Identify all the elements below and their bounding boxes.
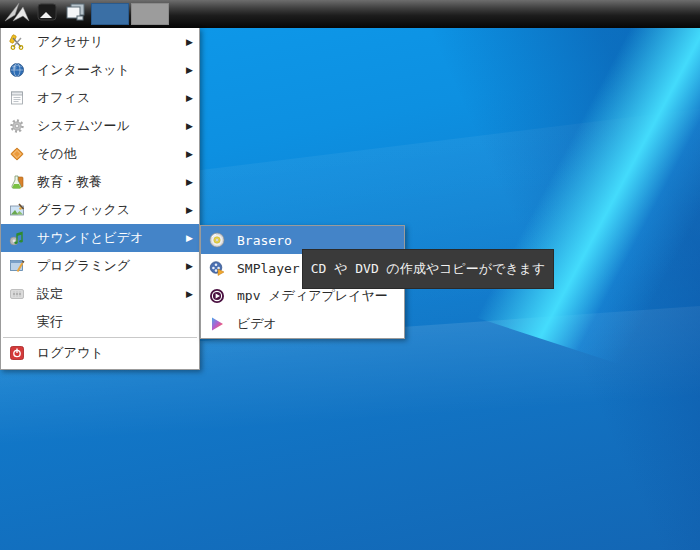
pager-desktop-2[interactable] <box>131 3 169 25</box>
menu-item-internet[interactable]: インターネット ▶ <box>1 56 199 84</box>
menu-item-sound-video[interactable]: サウンドとビデオ ▶ <box>1 224 199 252</box>
menu-item-label: アクセサリ <box>37 33 175 51</box>
power-icon <box>9 345 25 361</box>
menu-item-label: インターネット <box>37 61 175 79</box>
menu-item-label: 設定 <box>37 285 175 303</box>
diamond-icon <box>9 146 25 162</box>
submenu-item-label: Brasero <box>237 233 404 248</box>
tooltip: CD や DVD の作成やコピーができます <box>302 249 554 289</box>
no-icon <box>9 314 25 330</box>
desktop: アクセサリ ▶ インターネット ▶ <box>0 0 700 550</box>
submenu-arrow-icon: ▶ <box>175 289 193 299</box>
menu-item-label: 教育・教養 <box>37 173 175 191</box>
menu-item-logout[interactable]: ログアウト <box>1 339 199 367</box>
menu-item-office[interactable]: オフィス ▶ <box>1 84 199 112</box>
globe-icon <box>9 62 25 78</box>
flask-icon <box>9 174 25 190</box>
videos-play-icon <box>209 316 225 332</box>
submenu-arrow-icon: ▶ <box>175 65 193 75</box>
taskbar <box>0 0 700 28</box>
menu-item-system-tools[interactable]: システムツール ▶ <box>1 112 199 140</box>
cd-disc-icon <box>209 232 225 248</box>
window-list-button[interactable] <box>60 1 90 27</box>
menu-item-run[interactable]: 実行 <box>1 308 199 336</box>
submenu-arrow-icon: ▶ <box>175 149 193 159</box>
image-brush-icon <box>9 202 25 218</box>
menu-button[interactable] <box>0 1 34 27</box>
submenu-item-label: ビデオ <box>237 315 404 333</box>
menu-item-other[interactable]: その他 ▶ <box>1 140 199 168</box>
menu-item-education[interactable]: 教育・教養 ▶ <box>1 168 199 196</box>
menu-item-label: 実行 <box>37 313 175 331</box>
toolbox-icon <box>9 286 25 302</box>
mpv-play-icon <box>209 288 225 304</box>
film-reel-icon <box>209 260 225 276</box>
submenu-arrow-icon: ▶ <box>175 177 193 187</box>
menu-item-accessories[interactable]: アクセサリ ▶ <box>1 28 199 56</box>
tooltip-text: CD や DVD の作成やコピーができます <box>311 260 546 278</box>
menu-item-label: システムツール <box>37 117 175 135</box>
scissors-icon <box>9 34 25 50</box>
submenu-arrow-icon: ▶ <box>175 261 193 271</box>
code-window-icon <box>9 258 25 274</box>
menu-item-label: グラフィックス <box>37 201 175 219</box>
menu-item-settings[interactable]: 設定 ▶ <box>1 280 199 308</box>
menu-item-programming[interactable]: プログラミング ▶ <box>1 252 199 280</box>
menu-item-label: プログラミング <box>37 257 175 275</box>
document-icon <box>9 90 25 106</box>
show-desktop-button[interactable] <box>34 1 60 27</box>
menu-item-graphics[interactable]: グラフィックス ▶ <box>1 196 199 224</box>
gear-icon <box>9 118 25 134</box>
menu-item-label: オフィス <box>37 89 175 107</box>
lxde-logo-icon <box>3 1 31 27</box>
submenu-arrow-icon: ▶ <box>175 93 193 103</box>
submenu-item-label: mpv メディアプレイヤー <box>237 287 404 305</box>
submenu-arrow-icon: ▶ <box>175 121 193 131</box>
submenu-arrow-icon: ▶ <box>175 37 193 47</box>
submenu-item-videos[interactable]: ビデオ <box>201 310 404 338</box>
application-menu: アクセサリ ▶ インターネット ▶ <box>0 28 200 370</box>
desktop-icon <box>37 2 57 26</box>
music-note-icon <box>9 230 25 246</box>
pager-desktop-1[interactable] <box>91 3 129 25</box>
menu-item-label: ログアウト <box>37 344 175 362</box>
menu-separator <box>3 337 197 338</box>
menu-item-label: サウンドとビデオ <box>37 229 175 247</box>
submenu-arrow-icon: ▶ <box>175 205 193 215</box>
windows-stack-icon <box>63 2 87 26</box>
menu-item-label: その他 <box>37 145 175 163</box>
submenu-arrow-icon: ▶ <box>175 233 193 243</box>
